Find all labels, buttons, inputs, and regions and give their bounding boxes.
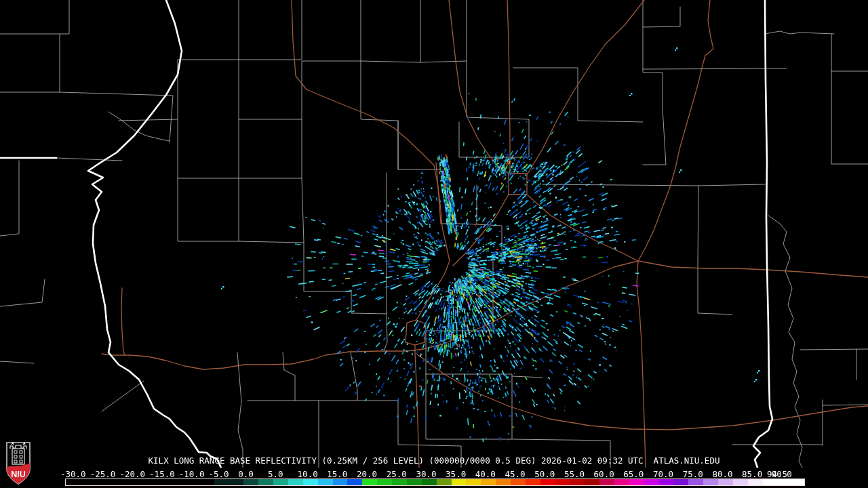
colorbar-label: 75.0 [683,469,703,479]
radar-map [0,0,868,468]
colorbar-strip: -30.0-25.0-20.0-15.0-10.0-5.00.05.010.01… [0,468,868,488]
colorbar-label: -25.0 [90,469,116,479]
colorbar-label: 40.0 [475,469,496,479]
colorbar-label: 15.0 [327,469,347,479]
colorbar-label: 55.0 [564,469,585,479]
colorbar-label: 5.0 [268,469,283,479]
colorbar-label: 70.0 [653,469,673,479]
colorbar-label: 35.0 [446,469,466,479]
colorbar-label: -5.0 [209,469,229,479]
colorbar-label: 0.0 [238,469,254,479]
colorbar-label: 10.0 [298,469,318,479]
colorbar-label: 30.0 [416,469,436,479]
reflectivity-colorbar [65,479,805,486]
colorbar-label: 60.0 [594,469,614,479]
colorbar-label: 20.0 [357,469,377,479]
colorbar-label: 65.0 [623,469,644,479]
radar-product-image: KILX LONG RANGE BASE REFLECTIVITY (0.25K… [0,0,868,488]
colorbar-label: -30.0 [60,469,86,479]
colorbar-label: 25.0 [387,469,407,479]
logo-text: NIU [11,470,26,479]
product-caption: KILX LONG RANGE BASE REFLECTIVITY (0.25K… [0,455,868,466]
niu-shield-logo: NIU [5,442,32,485]
colorbar-label: -15.0 [149,469,175,479]
colorbar-label: 94.5 [767,469,787,479]
colorbar-label: -10.0 [179,469,205,479]
colorbar-label: 80.0 [712,469,732,479]
colorbar-label: 50.0 [534,469,555,479]
colorbar-label: 85.0 [742,469,762,479]
colorbar-label: 45.0 [505,469,526,479]
colorbar-label: -20.0 [119,469,145,479]
